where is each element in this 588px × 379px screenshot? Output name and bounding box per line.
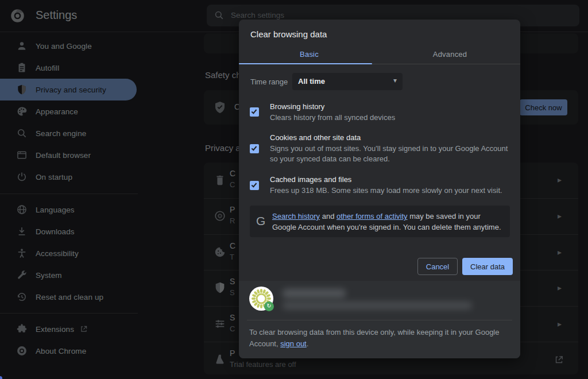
time-range-select[interactable]: All time ▾	[292, 73, 403, 90]
checkbox-title: Cached images and files	[270, 175, 351, 184]
account-avatar: ↻	[249, 287, 273, 311]
dialog-footer: ↻ To clear browsing data from this devic…	[239, 281, 520, 358]
time-range-value: All time	[298, 77, 325, 86]
checkbox-title: Browsing history	[270, 102, 324, 111]
checkmark-icon	[252, 108, 257, 114]
clear-data-button[interactable]: Clear data	[462, 258, 513, 275]
checkmark-icon	[252, 145, 257, 150]
footer-note: To clear browsing data from this device …	[249, 327, 512, 350]
notice-text-mid: and	[320, 212, 336, 221]
checkbox-browsing-history[interactable]	[250, 107, 259, 117]
search-history-link[interactable]: Search history	[272, 212, 320, 221]
checkbox-description: Signs you out of most sites. You'll stay…	[270, 144, 513, 164]
checkbox-title: Cookies and other site data	[270, 133, 361, 142]
blurred-account-email	[283, 301, 472, 310]
footer-divider	[247, 320, 512, 320]
checkmark-icon	[252, 181, 257, 187]
checkbox-description: Frees up 318 MB. Some sites may load mor…	[270, 185, 513, 196]
clear-browsing-data-dialog: Clear browsing data Basic Advanced Time …	[239, 20, 520, 358]
checkbox-cached-images[interactable]	[250, 181, 259, 190]
other-activity-link[interactable]: other forms of activity	[336, 212, 408, 221]
time-range-label: Time range	[250, 78, 288, 86]
cancel-button[interactable]: Cancel	[417, 258, 458, 275]
checkbox-description: Clears history from all synced devices	[270, 113, 513, 123]
checkbox-cookies[interactable]	[250, 144, 259, 153]
settings-page: Settings Search settings You and Google …	[0, 0, 588, 379]
dialog-tabs: Basic Advanced	[239, 46, 520, 64]
blurred-account-name	[283, 289, 346, 298]
google-account-notice: G Search history and other forms of acti…	[250, 206, 510, 237]
dialog-title: Clear browsing data	[250, 29, 327, 39]
sync-icon: ↻	[264, 301, 274, 311]
google-notice-text: Search history and other forms of activi…	[272, 211, 503, 233]
sign-out-link[interactable]: sign out	[280, 339, 307, 348]
caret-down-icon: ▾	[393, 76, 397, 84]
footer-text-after: .	[307, 339, 309, 348]
active-tab-underline	[239, 63, 372, 64]
tab-basic[interactable]: Basic	[239, 46, 380, 64]
google-g-logo: G	[256, 214, 265, 228]
tab-advanced[interactable]: Advanced	[380, 46, 520, 64]
